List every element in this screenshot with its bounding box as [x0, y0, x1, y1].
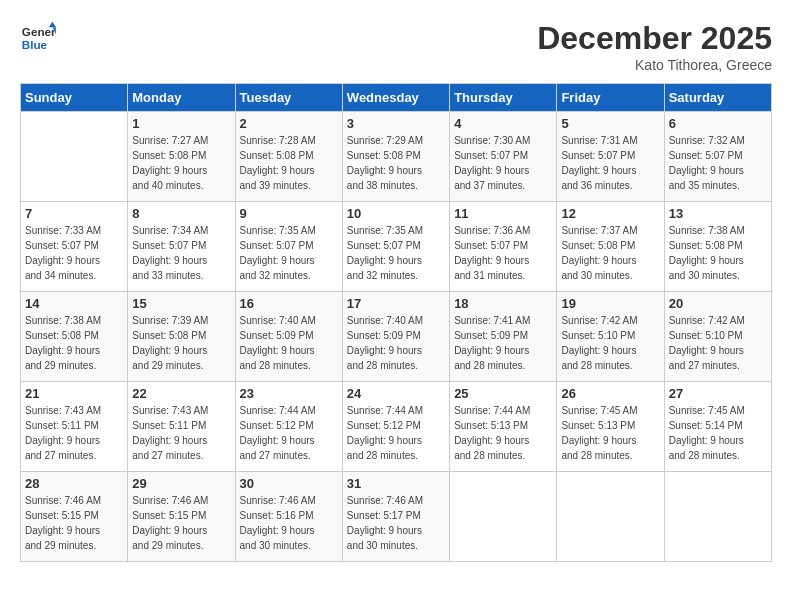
day-info: Sunrise: 7:46 AM Sunset: 5:16 PM Dayligh… [240, 493, 338, 553]
day-number: 31 [347, 476, 445, 491]
location: Kato Tithorea, Greece [537, 57, 772, 73]
day-number: 12 [561, 206, 659, 221]
day-cell: 30Sunrise: 7:46 AM Sunset: 5:16 PM Dayli… [235, 472, 342, 562]
day-cell: 7Sunrise: 7:33 AM Sunset: 5:07 PM Daylig… [21, 202, 128, 292]
day-number: 21 [25, 386, 123, 401]
day-info: Sunrise: 7:44 AM Sunset: 5:13 PM Dayligh… [454, 403, 552, 463]
day-number: 1 [132, 116, 230, 131]
day-number: 2 [240, 116, 338, 131]
day-info: Sunrise: 7:30 AM Sunset: 5:07 PM Dayligh… [454, 133, 552, 193]
day-number: 17 [347, 296, 445, 311]
day-info: Sunrise: 7:43 AM Sunset: 5:11 PM Dayligh… [25, 403, 123, 463]
month-title: December 2025 [537, 20, 772, 57]
day-cell: 9Sunrise: 7:35 AM Sunset: 5:07 PM Daylig… [235, 202, 342, 292]
day-info: Sunrise: 7:43 AM Sunset: 5:11 PM Dayligh… [132, 403, 230, 463]
day-number: 29 [132, 476, 230, 491]
day-cell: 31Sunrise: 7:46 AM Sunset: 5:17 PM Dayli… [342, 472, 449, 562]
header-cell-tuesday: Tuesday [235, 84, 342, 112]
day-info: Sunrise: 7:29 AM Sunset: 5:08 PM Dayligh… [347, 133, 445, 193]
day-cell: 12Sunrise: 7:37 AM Sunset: 5:08 PM Dayli… [557, 202, 664, 292]
week-row-2: 7Sunrise: 7:33 AM Sunset: 5:07 PM Daylig… [21, 202, 772, 292]
day-cell: 22Sunrise: 7:43 AM Sunset: 5:11 PM Dayli… [128, 382, 235, 472]
day-number: 28 [25, 476, 123, 491]
day-number: 10 [347, 206, 445, 221]
day-info: Sunrise: 7:40 AM Sunset: 5:09 PM Dayligh… [347, 313, 445, 373]
day-info: Sunrise: 7:44 AM Sunset: 5:12 PM Dayligh… [347, 403, 445, 463]
day-cell: 6Sunrise: 7:32 AM Sunset: 5:07 PM Daylig… [664, 112, 771, 202]
day-number: 20 [669, 296, 767, 311]
header-cell-sunday: Sunday [21, 84, 128, 112]
day-number: 30 [240, 476, 338, 491]
week-row-4: 21Sunrise: 7:43 AM Sunset: 5:11 PM Dayli… [21, 382, 772, 472]
day-number: 5 [561, 116, 659, 131]
day-cell: 10Sunrise: 7:35 AM Sunset: 5:07 PM Dayli… [342, 202, 449, 292]
day-info: Sunrise: 7:44 AM Sunset: 5:12 PM Dayligh… [240, 403, 338, 463]
day-cell [450, 472, 557, 562]
day-info: Sunrise: 7:39 AM Sunset: 5:08 PM Dayligh… [132, 313, 230, 373]
day-cell: 3Sunrise: 7:29 AM Sunset: 5:08 PM Daylig… [342, 112, 449, 202]
day-number: 18 [454, 296, 552, 311]
header-cell-friday: Friday [557, 84, 664, 112]
header-cell-wednesday: Wednesday [342, 84, 449, 112]
day-cell: 26Sunrise: 7:45 AM Sunset: 5:13 PM Dayli… [557, 382, 664, 472]
day-info: Sunrise: 7:27 AM Sunset: 5:08 PM Dayligh… [132, 133, 230, 193]
week-row-3: 14Sunrise: 7:38 AM Sunset: 5:08 PM Dayli… [21, 292, 772, 382]
day-cell: 11Sunrise: 7:36 AM Sunset: 5:07 PM Dayli… [450, 202, 557, 292]
page-header: General Blue December 2025 Kato Tithorea… [20, 20, 772, 73]
day-cell: 28Sunrise: 7:46 AM Sunset: 5:15 PM Dayli… [21, 472, 128, 562]
header-cell-monday: Monday [128, 84, 235, 112]
day-info: Sunrise: 7:33 AM Sunset: 5:07 PM Dayligh… [25, 223, 123, 283]
day-cell: 18Sunrise: 7:41 AM Sunset: 5:09 PM Dayli… [450, 292, 557, 382]
day-info: Sunrise: 7:37 AM Sunset: 5:08 PM Dayligh… [561, 223, 659, 283]
day-cell: 14Sunrise: 7:38 AM Sunset: 5:08 PM Dayli… [21, 292, 128, 382]
week-row-5: 28Sunrise: 7:46 AM Sunset: 5:15 PM Dayli… [21, 472, 772, 562]
header-cell-saturday: Saturday [664, 84, 771, 112]
day-cell: 19Sunrise: 7:42 AM Sunset: 5:10 PM Dayli… [557, 292, 664, 382]
day-info: Sunrise: 7:42 AM Sunset: 5:10 PM Dayligh… [669, 313, 767, 373]
day-number: 9 [240, 206, 338, 221]
day-number: 13 [669, 206, 767, 221]
day-info: Sunrise: 7:42 AM Sunset: 5:10 PM Dayligh… [561, 313, 659, 373]
day-number: 15 [132, 296, 230, 311]
week-row-1: 1Sunrise: 7:27 AM Sunset: 5:08 PM Daylig… [21, 112, 772, 202]
day-info: Sunrise: 7:36 AM Sunset: 5:07 PM Dayligh… [454, 223, 552, 283]
day-number: 23 [240, 386, 338, 401]
day-info: Sunrise: 7:40 AM Sunset: 5:09 PM Dayligh… [240, 313, 338, 373]
day-cell: 5Sunrise: 7:31 AM Sunset: 5:07 PM Daylig… [557, 112, 664, 202]
logo: General Blue [20, 20, 56, 56]
day-number: 25 [454, 386, 552, 401]
day-cell: 23Sunrise: 7:44 AM Sunset: 5:12 PM Dayli… [235, 382, 342, 472]
day-cell: 24Sunrise: 7:44 AM Sunset: 5:12 PM Dayli… [342, 382, 449, 472]
day-cell [557, 472, 664, 562]
day-number: 22 [132, 386, 230, 401]
title-block: December 2025 Kato Tithorea, Greece [537, 20, 772, 73]
day-number: 19 [561, 296, 659, 311]
day-info: Sunrise: 7:41 AM Sunset: 5:09 PM Dayligh… [454, 313, 552, 373]
day-cell: 27Sunrise: 7:45 AM Sunset: 5:14 PM Dayli… [664, 382, 771, 472]
day-cell: 13Sunrise: 7:38 AM Sunset: 5:08 PM Dayli… [664, 202, 771, 292]
day-number: 4 [454, 116, 552, 131]
day-info: Sunrise: 7:45 AM Sunset: 5:14 PM Dayligh… [669, 403, 767, 463]
day-number: 16 [240, 296, 338, 311]
day-number: 6 [669, 116, 767, 131]
day-info: Sunrise: 7:46 AM Sunset: 5:15 PM Dayligh… [132, 493, 230, 553]
day-number: 8 [132, 206, 230, 221]
header-cell-thursday: Thursday [450, 84, 557, 112]
day-cell: 8Sunrise: 7:34 AM Sunset: 5:07 PM Daylig… [128, 202, 235, 292]
day-number: 26 [561, 386, 659, 401]
day-info: Sunrise: 7:35 AM Sunset: 5:07 PM Dayligh… [240, 223, 338, 283]
day-info: Sunrise: 7:34 AM Sunset: 5:07 PM Dayligh… [132, 223, 230, 283]
calendar-table: SundayMondayTuesdayWednesdayThursdayFrid… [20, 83, 772, 562]
day-number: 3 [347, 116, 445, 131]
day-cell: 20Sunrise: 7:42 AM Sunset: 5:10 PM Dayli… [664, 292, 771, 382]
day-cell: 29Sunrise: 7:46 AM Sunset: 5:15 PM Dayli… [128, 472, 235, 562]
day-info: Sunrise: 7:31 AM Sunset: 5:07 PM Dayligh… [561, 133, 659, 193]
day-number: 24 [347, 386, 445, 401]
day-info: Sunrise: 7:32 AM Sunset: 5:07 PM Dayligh… [669, 133, 767, 193]
svg-text:Blue: Blue [22, 38, 48, 51]
day-info: Sunrise: 7:38 AM Sunset: 5:08 PM Dayligh… [669, 223, 767, 283]
day-number: 27 [669, 386, 767, 401]
day-cell: 1Sunrise: 7:27 AM Sunset: 5:08 PM Daylig… [128, 112, 235, 202]
day-cell: 17Sunrise: 7:40 AM Sunset: 5:09 PM Dayli… [342, 292, 449, 382]
day-cell [21, 112, 128, 202]
